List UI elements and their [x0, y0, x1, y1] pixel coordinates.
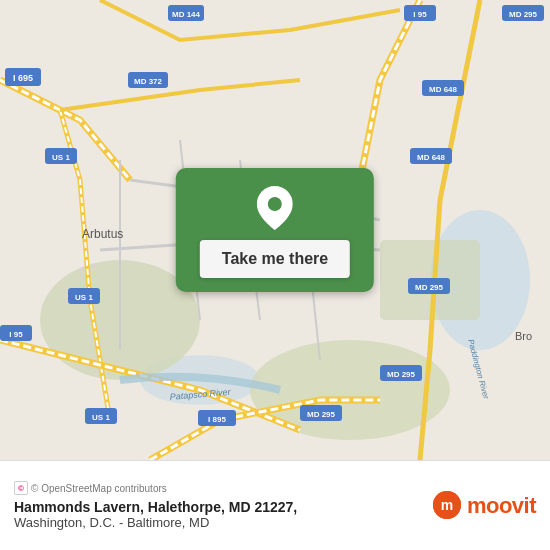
svg-text:MD 295: MD 295	[307, 410, 336, 419]
svg-text:I 695: I 695	[13, 73, 33, 83]
svg-text:MD 648: MD 648	[429, 85, 458, 94]
svg-text:MD 144: MD 144	[172, 10, 201, 19]
moovit-text: moovit	[467, 493, 536, 519]
svg-text:MD 372: MD 372	[134, 77, 163, 86]
place-name: Hammonds Lavern, Halethorpe, MD 21227,	[14, 499, 297, 515]
green-panel: Take me there	[176, 168, 374, 292]
svg-text:Bro: Bro	[515, 330, 532, 342]
moovit-logo: m moovit	[433, 491, 536, 521]
svg-text:I 895: I 895	[208, 415, 226, 424]
svg-point-41	[268, 197, 282, 211]
svg-text:Arbutus: Arbutus	[82, 227, 123, 241]
button-overlay: Take me there	[176, 168, 374, 292]
svg-text:MD 295: MD 295	[509, 10, 538, 19]
svg-text:US 1: US 1	[75, 293, 93, 302]
svg-text:MD 648: MD 648	[417, 153, 446, 162]
svg-text:MD 295: MD 295	[387, 370, 416, 379]
take-me-there-button[interactable]: Take me there	[200, 240, 350, 278]
osm-attribution: © © OpenStreetMap contributors	[14, 481, 297, 495]
svg-text:I 95: I 95	[9, 330, 23, 339]
info-left: © © OpenStreetMap contributors Hammonds …	[14, 481, 297, 530]
svg-text:MD 295: MD 295	[415, 283, 444, 292]
city-region: Washington, D.C. - Baltimore, MD	[14, 515, 297, 530]
attribution-text: © OpenStreetMap contributors	[31, 483, 167, 494]
location-pin-icon	[257, 186, 293, 230]
moovit-wrapper: m moovit	[433, 491, 536, 521]
osm-logo: ©	[14, 481, 28, 495]
svg-text:US 1: US 1	[92, 413, 110, 422]
info-bar: © © OpenStreetMap contributors Hammonds …	[0, 460, 550, 550]
map-container: I 695 US 1 US 1 US 1 MD 372 MD 144 I 95 …	[0, 0, 550, 460]
moovit-icon: m	[433, 491, 461, 519]
svg-text:I 95: I 95	[413, 10, 427, 19]
svg-text:US 1: US 1	[52, 153, 70, 162]
svg-text:m: m	[441, 497, 453, 513]
